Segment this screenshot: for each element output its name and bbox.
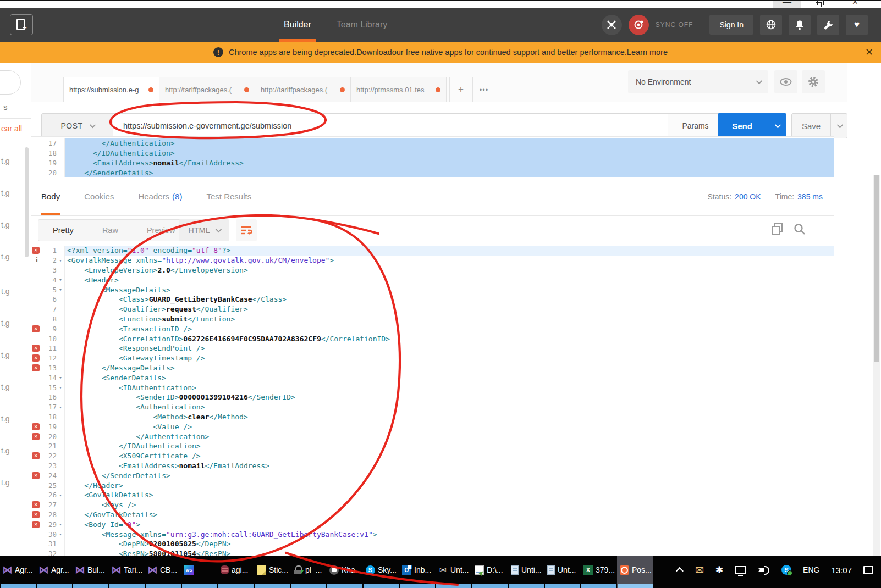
fold-caret-icon[interactable]: ▾ [57, 531, 64, 537]
sign-in-button[interactable]: Sign In [709, 15, 753, 35]
interceptor-icon[interactable] [602, 15, 622, 35]
wrap-text-icon[interactable] [236, 219, 257, 241]
fold-caret-icon[interactable]: ▾ [57, 277, 64, 282]
taskbar-button[interactable]: WS [181, 556, 218, 588]
history-item[interactable]: t.g [0, 145, 24, 177]
history-item[interactable]: t.g [0, 177, 24, 209]
taskbar-button[interactable]: ⋈Bul... [73, 556, 109, 588]
banner-learn-more-link[interactable]: Learn more [627, 48, 668, 57]
taskbar-button[interactable]: Kha... [327, 556, 363, 588]
view-mode-pretty[interactable]: Pretty [38, 220, 88, 241]
url-input[interactable] [113, 114, 668, 138]
response-tab-cookies[interactable]: Cookies [84, 177, 114, 215]
taskbar-button[interactable]: D:\... [472, 556, 508, 588]
fold-caret-icon[interactable]: ▾ [57, 404, 64, 410]
action-center-icon[interactable] [863, 566, 873, 574]
settings-wrench-icon[interactable] [817, 15, 839, 35]
copy-icon[interactable] [771, 223, 783, 238]
history-item[interactable]: t.g [0, 435, 24, 467]
new-tab-button[interactable]: + [10, 14, 33, 35]
send-options-chevron-icon[interactable] [767, 113, 786, 138]
taskbar-button[interactable]: Stic... [254, 556, 290, 588]
request-tab[interactable]: http://tariffpackages.( [255, 77, 351, 102]
tray-slack-icon[interactable]: ✱ [715, 564, 723, 576]
response-tab-test-results[interactable]: Test Results [206, 177, 251, 215]
settings-gear-icon[interactable] [802, 70, 825, 93]
history-item[interactable]: t.g [0, 241, 24, 273]
clear-all-link[interactable]: ear all [1, 124, 22, 133]
request-tab[interactable]: https://submission.e-g [63, 77, 159, 102]
banner-close-icon[interactable]: ✕ [865, 46, 873, 58]
close-button[interactable]: × [852, 0, 858, 8]
add-tab-button[interactable]: + [449, 77, 472, 102]
history-item[interactable]: t.g [0, 307, 24, 339]
environment-preview-eye-icon[interactable] [774, 70, 797, 93]
clock[interactable]: 13:07 [831, 565, 852, 575]
taskbar-button[interactable]: agi... [218, 556, 254, 588]
response-tab-body[interactable]: Body [41, 177, 60, 215]
tab-team-library[interactable]: Team Library [334, 8, 389, 42]
search-icon[interactable] [793, 223, 806, 238]
tray-network-icon[interactable] [735, 566, 746, 574]
taskbar-button[interactable]: Unt... [544, 556, 581, 588]
fold-caret-icon[interactable]: ▾ [57, 385, 64, 390]
save-options-chevron-icon[interactable] [830, 114, 847, 138]
taskbar-button[interactable]: ✉Unt... [436, 556, 472, 588]
fold-caret-icon[interactable]: ▾ [57, 258, 64, 263]
language-indicator[interactable]: ENG [803, 565, 819, 574]
banner-download-link[interactable]: Download [356, 48, 392, 57]
tab-builder[interactable]: Builder [282, 8, 313, 42]
environment-select[interactable]: No Environment [628, 70, 768, 93]
scrollbar-thumb[interactable] [874, 175, 879, 362]
history-item[interactable]: t.g [0, 275, 24, 307]
more-tabs-button[interactable]: ••• [472, 77, 495, 102]
history-item[interactable]: t.g [0, 371, 24, 403]
taskbar-button[interactable]: Unti... [508, 556, 544, 588]
sidebar-search-input[interactable] [0, 70, 21, 95]
fold-caret-icon[interactable]: ▾ [57, 522, 64, 527]
taskbar-button[interactable]: SSky... [363, 556, 399, 588]
code-line: 18 <Method>clear</Method> [31, 412, 834, 422]
chevron-down-icon [89, 122, 95, 128]
globe-icon[interactable] [760, 15, 782, 35]
response-tab-headers[interactable]: Headers(8) [138, 177, 182, 215]
taskbar-button[interactable]: ⋈Tari... [109, 556, 145, 588]
history-item[interactable]: t.g [0, 209, 24, 241]
history-item[interactable]: t.g [0, 339, 24, 371]
view-mode-raw[interactable]: Raw [88, 220, 133, 241]
save-button[interactable]: Save [792, 114, 830, 138]
tray-volume-icon[interactable] [758, 565, 770, 574]
tray-skype-icon[interactable]: S [781, 565, 791, 575]
code-text: <Class>GUARD_GetLibertyBankCase</Class> [64, 295, 834, 304]
history-item[interactable]: t.g [0, 403, 24, 435]
tray-mail-icon[interactable]: ✉ [695, 564, 704, 576]
taskbar-button[interactable]: ⋈Agr... [0, 556, 36, 588]
notifications-bell-icon[interactable] [789, 15, 811, 35]
method-select[interactable]: POST [42, 114, 113, 138]
marker-spacer [32, 140, 42, 147]
fold-caret-icon[interactable]: ▾ [57, 492, 64, 498]
vertical-scrollbar[interactable] [873, 175, 880, 556]
request-body-editor[interactable]: 17 </Authentication>18 </IDAuthenticatio… [31, 136, 834, 177]
taskbar-button[interactable]: Pos... [617, 556, 653, 588]
restore-button[interactable] [816, 2, 822, 7]
taskbar-button[interactable]: OInb... [399, 556, 436, 588]
tray-chevron-up-icon[interactable] [676, 567, 684, 575]
taskbar-button[interactable]: pl_... [290, 556, 327, 588]
response-body-code[interactable]: ✕1<?xml version="1.0" encoding="utf-8"?>… [31, 245, 834, 557]
taskbar-button[interactable]: X379... [581, 556, 617, 588]
request-tab[interactable]: http://tariffpackages.( [159, 77, 255, 102]
params-button[interactable]: Params [668, 114, 723, 138]
taskbar-button[interactable]: ⋈Agr... [36, 556, 73, 588]
language-select[interactable]: HTML [179, 219, 229, 241]
history-item[interactable]: t.g [0, 467, 24, 498]
request-tab[interactable]: http://ptmssms.01.tes [350, 77, 447, 102]
sidebar-scrollbar[interactable] [25, 147, 29, 257]
favorites-heart-icon[interactable]: ♥ [846, 15, 868, 35]
fold-caret-icon[interactable]: ▾ [57, 287, 64, 292]
taskbar-button[interactable]: ⋈CB... [145, 556, 181, 588]
outlook-icon: O [402, 565, 411, 575]
send-button[interactable]: Send [718, 113, 786, 138]
fold-caret-icon[interactable]: ▾ [57, 375, 64, 380]
sync-icon[interactable] [629, 15, 649, 35]
